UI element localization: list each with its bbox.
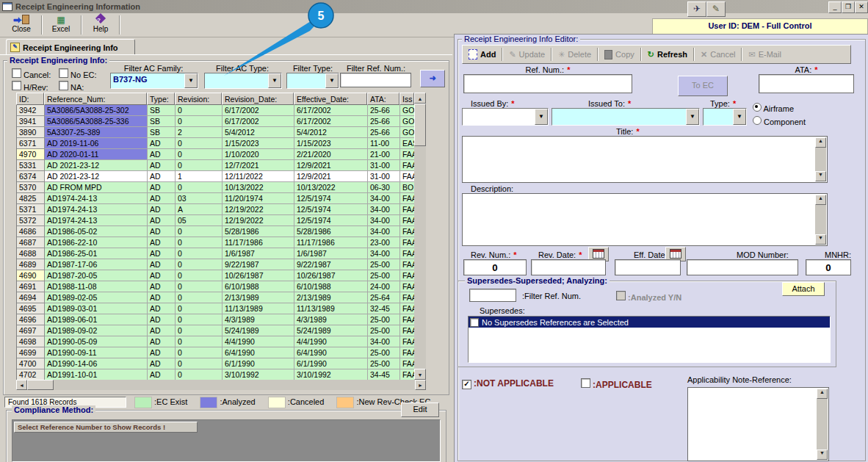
- table-cell[interactable]: AD: [148, 193, 176, 204]
- title-scrollbar[interactable]: ▲▼: [815, 137, 826, 181]
- scroll-down-icon[interactable]: ▼: [414, 369, 426, 380]
- scroll-right-icon[interactable]: ►: [415, 380, 426, 390]
- table-cell[interactable]: 1/15/2023: [223, 138, 294, 149]
- table-row[interactable]: 4700AD1990-14-06AD06/1/19906/1/199025-00…: [17, 358, 415, 369]
- chevron-down-icon[interactable]: ▼: [535, 109, 548, 125]
- ata-input[interactable]: [759, 74, 854, 93]
- scroll-up-icon[interactable]: ▲: [815, 137, 826, 148]
- table-cell[interactable]: 24-00: [368, 281, 400, 292]
- table-cell[interactable]: 1/15/2023: [294, 138, 368, 149]
- table-cell[interactable]: AD FROM MPD: [45, 182, 148, 193]
- table-cell[interactable]: 6371: [17, 138, 45, 149]
- table-cell[interactable]: 25-66: [368, 105, 400, 116]
- table-cell[interactable]: 6/1/1990: [294, 358, 368, 369]
- copy-button[interactable]: Copy: [598, 47, 640, 62]
- table-cell[interactable]: 6374: [17, 171, 45, 182]
- table-cell[interactable]: 0: [176, 149, 223, 160]
- cancel-checkbox[interactable]: Cancel:: [12, 68, 51, 79]
- table-cell[interactable]: 34-00: [368, 215, 400, 226]
- horizontal-scroll-thumb[interactable]: [27, 380, 54, 390]
- table-cell[interactable]: 9/22/1987: [223, 259, 294, 270]
- table-cell[interactable]: AD 2019-11-06: [45, 138, 148, 149]
- table-row[interactable]: 5370AD FROM MPDAD010/13/202210/13/202206…: [17, 182, 415, 193]
- table-cell[interactable]: AD 2021-23-12: [45, 160, 148, 171]
- table-cell[interactable]: 4/3/1989: [294, 314, 368, 325]
- table-cell[interactable]: 4695: [17, 303, 45, 314]
- table-cell[interactable]: 5/4/2012: [223, 127, 294, 138]
- table-row[interactable]: 4970AD 2020-01-11AD01/10/20202/21/202021…: [17, 149, 415, 160]
- table-cell[interactable]: 0: [176, 281, 223, 292]
- table-cell[interactable]: 0: [176, 358, 223, 369]
- description-scrollbar[interactable]: ▲▼: [815, 195, 826, 245]
- table-cell[interactable]: 6/4/1990: [294, 347, 368, 358]
- table-row[interactable]: 4694AD1989-02-05AD02/13/19892/13/198925-…: [17, 292, 415, 303]
- table-cell[interactable]: AD: [148, 182, 176, 193]
- chevron-down-icon[interactable]: ▼: [325, 73, 339, 88]
- table-cell[interactable]: 6/17/2002: [223, 116, 294, 127]
- edit-button[interactable]: Edit: [401, 403, 439, 417]
- column-header[interactable]: ID:: [16, 93, 44, 105]
- table-cell[interactable]: AD: [148, 281, 176, 292]
- table-cell[interactable]: 21-00: [368, 149, 400, 160]
- table-cell[interactable]: 4690: [17, 270, 45, 281]
- table-cell[interactable]: FAA: [400, 248, 415, 259]
- table-cell[interactable]: AD: [148, 138, 176, 149]
- not-applicable-checkbox-box[interactable]: [462, 380, 471, 389]
- supersedes-listbox[interactable]: No Supersedes References are Selected: [468, 316, 831, 363]
- applicable-checkbox[interactable]: :APPLICABLE: [581, 378, 652, 390]
- table-cell[interactable]: 4/3/1989: [223, 314, 294, 325]
- table-cell[interactable]: 25-64: [368, 292, 400, 303]
- cancel-button[interactable]: ✕Cancel: [695, 47, 741, 62]
- table-cell[interactable]: AD: [148, 160, 176, 171]
- table-cell[interactable]: 03: [176, 193, 223, 204]
- airplane-tool-button[interactable]: ✈: [687, 1, 706, 17]
- table-cell[interactable]: AD: [148, 226, 176, 237]
- applicability-note-textarea[interactable]: ▲▼: [687, 387, 829, 461]
- table-cell[interactable]: AD: [148, 237, 176, 248]
- table-cell[interactable]: 5/24/1989: [223, 325, 294, 336]
- table-cell[interactable]: AD: [148, 204, 176, 215]
- table-cell[interactable]: 11/17/1986: [223, 237, 294, 248]
- table-cell[interactable]: 5/28/1986: [223, 226, 294, 237]
- table-cell[interactable]: 4/4/1990: [294, 336, 368, 347]
- table-cell[interactable]: EAS: [400, 138, 415, 149]
- table-cell[interactable]: 12/9/2021: [294, 171, 368, 182]
- table-cell[interactable]: 11-00: [368, 138, 400, 149]
- table-cell[interactable]: AD: [148, 303, 176, 314]
- table-row[interactable]: 38905A3307-25-389SB25/4/20125/4/201225-6…: [17, 127, 415, 138]
- table-cell[interactable]: AD1974-24-13: [45, 204, 148, 215]
- table-cell[interactable]: 4/4/1990: [223, 336, 294, 347]
- table-row[interactable]: 4691AD1988-11-08AD06/10/19886/10/198824-…: [17, 281, 415, 292]
- issued-by-combo[interactable]: ▼: [462, 108, 549, 126]
- table-cell[interactable]: 4697: [17, 325, 45, 336]
- table-cell[interactable]: AD: [148, 171, 176, 182]
- chevron-down-icon[interactable]: ▼: [268, 73, 281, 88]
- scroll-up-icon[interactable]: ▲: [817, 389, 828, 399]
- table-cell[interactable]: 4687: [17, 237, 45, 248]
- scroll-up-icon[interactable]: ▲: [815, 195, 826, 205]
- table-cell[interactable]: 4691: [17, 281, 45, 292]
- column-header[interactable]: Effective_Date:: [294, 93, 367, 105]
- table-cell[interactable]: 0: [176, 182, 223, 193]
- table-cell[interactable]: 5A3086/5A3088-25-336: [45, 116, 148, 127]
- excel-button[interactable]: ▦ Excel: [44, 15, 78, 35]
- table-cell[interactable]: 25-66: [368, 127, 400, 138]
- table-row[interactable]: 6371AD 2019-11-06AD01/15/20231/15/202311…: [17, 138, 415, 149]
- table-cell[interactable]: 3942: [17, 105, 45, 116]
- table-cell[interactable]: 23-00: [368, 237, 400, 248]
- table-cell[interactable]: FAA: [400, 171, 415, 182]
- to-ec-button[interactable]: To EC: [678, 76, 728, 96]
- table-cell[interactable]: BO: [400, 182, 415, 193]
- table-cell[interactable]: 6/17/2002: [294, 116, 368, 127]
- table-cell[interactable]: AD: [148, 336, 176, 347]
- filter-ref-num-input[interactable]: [340, 73, 411, 87]
- type-combo[interactable]: ▼: [703, 108, 747, 126]
- rev-date-input[interactable]: [531, 259, 606, 275]
- table-cell[interactable]: 25-66: [368, 116, 400, 127]
- table-cell[interactable]: 2/13/1989: [223, 292, 294, 303]
- table-cell[interactable]: 0: [176, 270, 223, 281]
- table-cell[interactable]: 5370: [17, 182, 45, 193]
- table-cell[interactable]: 0: [176, 226, 223, 237]
- refresh-button[interactable]: ↻Refresh: [642, 47, 693, 62]
- table-cell[interactable]: SB: [148, 105, 176, 116]
